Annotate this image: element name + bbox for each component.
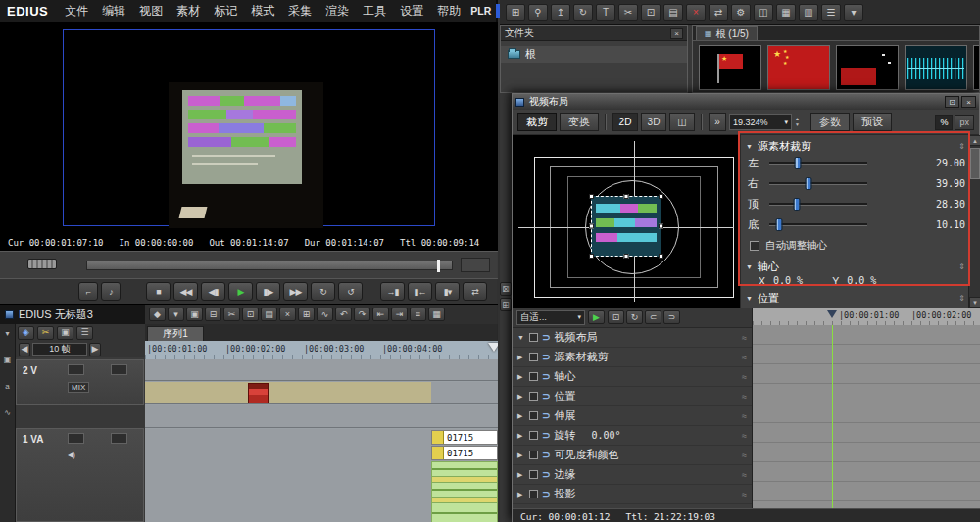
zoom-spinner[interactable]: ▲ ▼ xyxy=(795,117,800,127)
stop-button[interactable]: ■ xyxy=(146,282,171,301)
keyframe-toggle-icon[interactable]: ≈ xyxy=(742,451,747,460)
expander-icon[interactable]: ▶ xyxy=(517,451,525,459)
slider-track[interactable] xyxy=(769,182,867,185)
reset-icon[interactable]: ⊃ xyxy=(542,430,550,441)
dual-view-icon[interactable]: ◫ xyxy=(754,4,773,21)
scroll-arrows-icon[interactable]: ⇕ xyxy=(958,294,965,303)
audio-waveform-clip[interactable] xyxy=(431,502,498,522)
project-icon[interactable]: ◈ xyxy=(18,326,34,340)
keyframe-toggle-icon[interactable]: ≈ xyxy=(742,490,747,499)
audio-waveform-clip[interactable] xyxy=(431,482,498,498)
tree-row[interactable]: ▶ ⊃ 伸展 ≈ xyxy=(513,406,752,426)
crop-handle[interactable] xyxy=(589,224,594,229)
track-lock-toggle[interactable] xyxy=(111,433,127,444)
bin-clip-thumbnail[interactable]: ★ ★ ★ ★ xyxy=(767,45,830,90)
track-lock-toggle[interactable] xyxy=(111,364,127,375)
close-panel-icon[interactable]: ⊠ xyxy=(500,282,512,296)
settings-icon[interactable]: ⚙ xyxy=(731,4,751,21)
slider-value[interactable]: 28.30 xyxy=(873,199,965,210)
crop-handle[interactable] xyxy=(659,194,663,199)
undo-icon[interactable]: ↶ xyxy=(335,308,352,321)
enable-checkbox[interactable] xyxy=(529,431,538,440)
rewind-button[interactable]: ◀◀ xyxy=(173,282,198,301)
menu-item[interactable]: 视图 xyxy=(136,2,166,21)
section-position[interactable]: ▼ 位置 ⇕ xyxy=(746,291,965,306)
crop-handle[interactable] xyxy=(589,254,594,259)
list-view-icon[interactable]: ☰ xyxy=(821,4,841,21)
chevron-down-icon[interactable]: ▼ xyxy=(746,263,753,270)
detail-view-icon[interactable]: ▥ xyxy=(799,4,818,21)
track-video-toggle[interactable] xyxy=(68,433,84,444)
next-keyframe-icon[interactable]: ⊃ xyxy=(663,310,680,324)
delete-icon[interactable]: × xyxy=(279,308,296,321)
slider-handle[interactable] xyxy=(795,157,802,169)
bin-clip-thumbnail[interactable] xyxy=(973,45,979,90)
unit-percent-button[interactable]: % xyxy=(935,115,953,130)
mode-3d-button[interactable]: 3D xyxy=(641,113,666,131)
monitor-icon[interactable]: ▣ xyxy=(57,326,74,340)
keyframe-toggle-icon[interactable]: ≈ xyxy=(742,353,747,362)
enable-checkbox[interactable] xyxy=(529,490,538,498)
play-button[interactable]: ▶ xyxy=(228,282,253,301)
slider-handle[interactable] xyxy=(794,198,801,211)
playhead-icon[interactable] xyxy=(488,343,498,357)
enable-checkbox[interactable] xyxy=(529,392,538,401)
tree-row[interactable]: ▶ ⊃ 可见度和颜色 ≈ xyxy=(513,446,752,465)
thumbnail-view-icon[interactable]: ▦ xyxy=(776,4,796,21)
delete-icon[interactable]: × xyxy=(686,4,706,21)
tree-row[interactable]: ▶ ⊃ 轴心 ≈ xyxy=(513,367,752,387)
anchor-y-value[interactable]: 0.0 % xyxy=(847,275,876,286)
overwrite-mode-icon[interactable]: ⊟ xyxy=(205,308,221,321)
menu-item[interactable]: 渲染 xyxy=(322,2,352,21)
folder-item-root[interactable]: 根 xyxy=(501,46,687,63)
next-frame-button[interactable]: ▮▶ xyxy=(256,282,280,301)
enable-checkbox[interactable] xyxy=(529,451,538,459)
spin-down-icon[interactable]: ▼ xyxy=(795,122,800,128)
zoom-select[interactable]: 19.324% ▾ xyxy=(729,114,792,130)
track-row-2v[interactable] xyxy=(145,382,498,404)
track-row-empty[interactable] xyxy=(145,359,498,381)
red-clip[interactable] xyxy=(248,383,269,403)
position-track[interactable] xyxy=(86,261,453,270)
keyframe-toggle-icon[interactable]: ≈ xyxy=(742,470,747,480)
scale-increase-icon[interactable]: ▶ xyxy=(89,343,101,356)
menu-item[interactable]: 模式 xyxy=(248,2,277,21)
tree-row[interactable]: ▼ ⊃ 视频布局 ≈ xyxy=(513,328,752,348)
jog-icon[interactable]: ⌐ xyxy=(78,282,98,301)
mode-2d-button[interactable]: 2D xyxy=(612,113,638,131)
crop-handle[interactable] xyxy=(624,194,629,199)
trim-mode-icon[interactable]: ✂ xyxy=(37,326,54,340)
tab-crop[interactable]: 裁剪 xyxy=(517,113,557,131)
menu-item[interactable]: 设置 xyxy=(397,2,426,21)
new-folder-icon[interactable]: ⊞ xyxy=(506,4,525,21)
trim-in-icon[interactable]: ⇤ xyxy=(372,308,389,321)
prev-frame-button[interactable]: ◀▮ xyxy=(201,282,225,301)
tab-sequence-1[interactable]: 序列1 xyxy=(147,326,204,341)
add-cut-point-button[interactable]: ▮▾ xyxy=(435,282,460,301)
track-row-gap[interactable] xyxy=(145,405,498,428)
stereo-view-icon[interactable]: ◫ xyxy=(669,113,695,131)
reset-icon[interactable]: ⊃ xyxy=(542,450,550,460)
cropped-video-thumb[interactable] xyxy=(591,196,662,257)
bin-window-icon[interactable]: ☰ xyxy=(76,326,93,340)
scroll-arrows-icon[interactable]: ⇕ xyxy=(958,142,965,151)
tree-row[interactable]: ▶ ⊃ 边缘 ≈ xyxy=(513,465,752,485)
expander-icon[interactable]: ▶ xyxy=(517,412,525,420)
cut-icon[interactable]: ✂ xyxy=(618,4,638,21)
copy-icon[interactable]: ⊡ xyxy=(641,4,661,21)
keyframe-toggle-icon[interactable]: ≈ xyxy=(742,431,747,441)
search-icon[interactable]: ⚲ xyxy=(528,4,548,21)
timeline-ruler[interactable]: |00:00:01:00|00:00:02:00|00:00:03:00|00:… xyxy=(145,341,498,359)
expander-icon[interactable]: ▶ xyxy=(517,354,525,361)
menu-item[interactable]: 标记 xyxy=(211,2,240,21)
track-mixer-button[interactable]: MIX xyxy=(68,382,89,393)
tab-parameters[interactable]: 参数 xyxy=(810,113,850,131)
reset-icon[interactable]: ⊃ xyxy=(542,391,550,402)
keyframe-toggle-icon[interactable]: ≈ xyxy=(742,392,747,402)
tree-row[interactable]: ▶ ⊃ 源素材裁剪 ≈ xyxy=(513,348,752,367)
close-icon[interactable]: × xyxy=(670,28,683,39)
tree-row[interactable]: ▶ ⊃ 投影 ≈ xyxy=(513,485,752,504)
section-source-crop[interactable]: ▼ 源素材裁剪 ⇕ xyxy=(746,139,965,154)
tab-presets[interactable]: 预设 xyxy=(853,113,892,131)
chevron-down-icon[interactable]: ▼ xyxy=(746,143,753,150)
